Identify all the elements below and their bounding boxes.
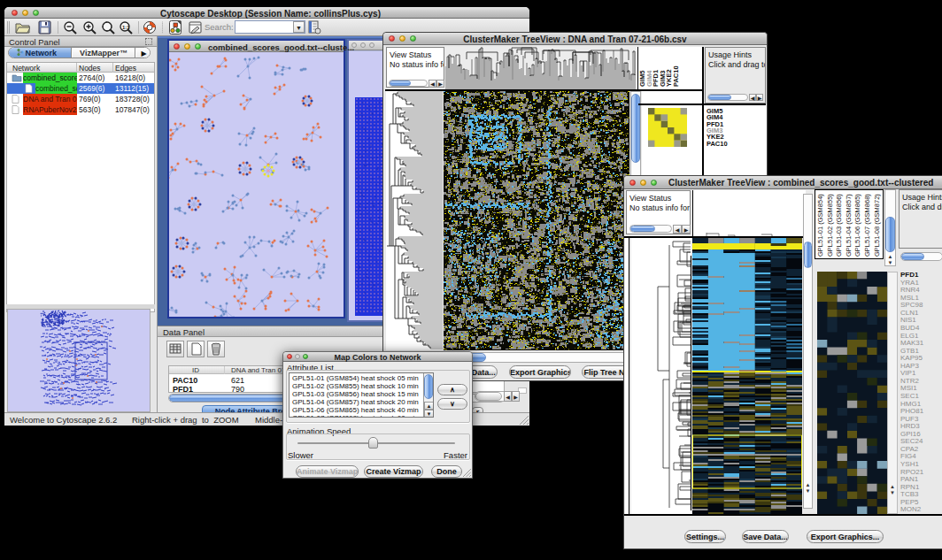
svg-text:PAC10: PAC10 bbox=[672, 65, 680, 87]
svg-text:GPL51-04 (GSM857): GPL51-04 (GSM857) bbox=[845, 194, 853, 257]
svg-text:1:1: 1:1 bbox=[122, 25, 130, 30]
svg-text:GPL51-07 (GSM868): GPL51-07 (GSM868) bbox=[863, 194, 871, 257]
svg-text:GPL51-08 (GSM872): GPL51-08 (GSM872) bbox=[873, 194, 881, 257]
svg-text:GPL51-03 (GSM856): GPL51-03 (GSM856) bbox=[835, 194, 843, 257]
svg-text:GPL51-02 (GSM855): GPL51-02 (GSM855) bbox=[826, 194, 834, 257]
svg-text:GPL51-06 (GSM865): GPL51-06 (GSM865) bbox=[853, 194, 861, 257]
svg-text:GPL51-01 (GSM854): GPL51-01 (GSM854) bbox=[816, 194, 824, 257]
